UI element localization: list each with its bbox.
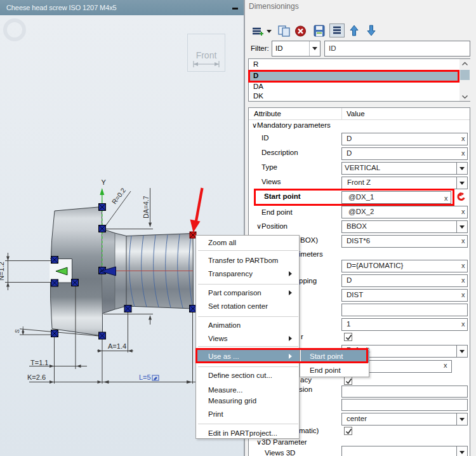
svg-text:L=5: L=5	[139, 373, 151, 381]
svg-text:N=1.2: N=1.2	[0, 262, 5, 281]
svg-text:T=1.1: T=1.1	[30, 359, 48, 366]
svg-text:Front: Front	[196, 50, 217, 60]
svg-text:K=2.6: K=2.6	[27, 373, 46, 381]
svg-text:A=1.4: A=1.4	[108, 342, 126, 350]
svg-text:DA=4.7: DA=4.7	[142, 196, 150, 218]
svg-text:Y: Y	[102, 178, 107, 186]
